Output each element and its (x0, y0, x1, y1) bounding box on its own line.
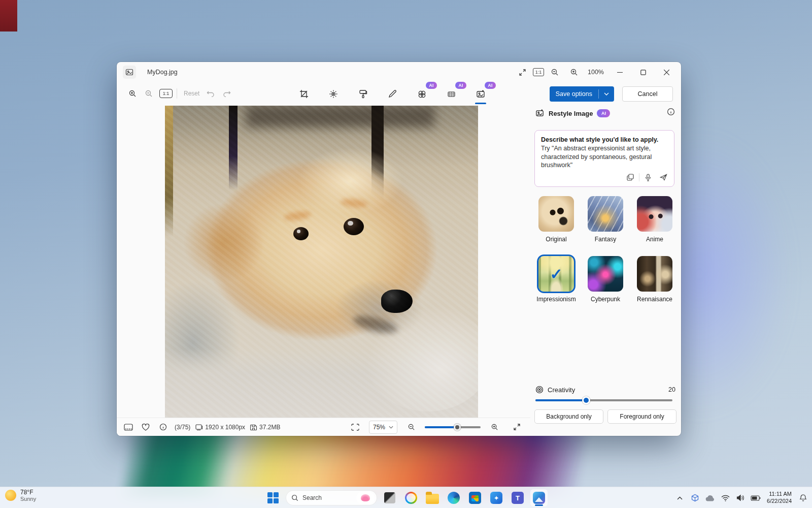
photos-app-window: MyDog.jpg 1:1 100% (117, 62, 681, 436)
style-option-anime[interactable]: Anime (633, 196, 676, 243)
tray-date: 6/22/2024 (767, 498, 792, 505)
style-thumbnail[interactable] (637, 256, 672, 292)
ai-badge: AI (455, 82, 466, 89)
desktop-wallpaper: MyDog.jpg 1:1 100% (0, 0, 812, 508)
fullscreen-icon[interactable] (514, 65, 531, 80)
photo-counter: (3/75) (175, 424, 190, 431)
system-tray: 11:11 AM 6/22/2024 (673, 487, 809, 508)
style-option-fantasy[interactable]: Fantasy (584, 196, 627, 243)
microsoft-store-button[interactable] (466, 489, 484, 506)
save-options-label: Save options (550, 90, 598, 98)
restyle-panel-title: Restyle Image (549, 110, 593, 117)
style-thumbnail-selected[interactable]: ✓ (538, 256, 574, 292)
task-view-icon (384, 492, 395, 503)
style-thumbnail[interactable] (637, 196, 672, 232)
style-option-impressionism[interactable]: ✓ Impressionism (534, 256, 578, 303)
style-label: Rennaisance (633, 296, 676, 303)
paste-icon[interactable] (624, 171, 637, 183)
taskbar-search-box[interactable]: Search (286, 490, 377, 505)
style-label: Anime (633, 236, 676, 243)
redo-icon[interactable] (219, 86, 234, 101)
copilot-button[interactable] (402, 489, 420, 506)
edge-button[interactable] (445, 489, 462, 506)
markup-tool-icon[interactable] (384, 85, 401, 103)
teams-icon: T (512, 492, 524, 504)
photo-preview[interactable] (165, 106, 478, 418)
style-prompt-input[interactable]: Describe what style you'd like to apply.… (534, 130, 674, 187)
zoom-level-dropdown[interactable]: 75% (369, 421, 397, 434)
creativity-slider[interactable] (535, 399, 672, 401)
zoom-in-icon[interactable] (565, 65, 583, 80)
photos-app-button[interactable] (530, 489, 548, 506)
restyle-panel: Restyle Image AI Describe what style you… (530, 106, 681, 436)
info-icon[interactable] (154, 420, 172, 434)
style-thumbnail[interactable] (588, 256, 623, 292)
actual-size-icon[interactable]: 1:1 (533, 68, 544, 76)
wifi-icon[interactable] (719, 490, 731, 505)
tray-app-cube-icon[interactable] (689, 490, 701, 505)
search-icon (291, 494, 298, 501)
minimize-button[interactable] (609, 64, 630, 81)
reset-button[interactable]: Reset (181, 86, 202, 101)
tray-time: 11:11 AM (767, 491, 792, 498)
taskbar: 78°F Sunny Search T (0, 487, 812, 508)
statusbar-zoom-in-icon[interactable] (486, 420, 503, 434)
file-explorer-button[interactable] (424, 489, 441, 506)
style-label: Cyberpunk (584, 296, 627, 303)
hidden-icons-chevron[interactable] (673, 490, 686, 505)
zoom-out-icon[interactable] (546, 65, 563, 80)
send-icon[interactable] (657, 171, 670, 183)
start-button[interactable] (264, 489, 282, 506)
style-option-rennaisance[interactable]: Rennaisance (633, 256, 676, 303)
task-view-button[interactable] (381, 489, 398, 506)
style-thumbnail[interactable] (538, 196, 574, 232)
teams-button[interactable]: T (509, 489, 526, 506)
favorite-icon[interactable] (137, 420, 154, 434)
adjust-tool-icon[interactable] (325, 85, 342, 103)
close-button[interactable] (656, 64, 677, 81)
microsoft-365-button[interactable] (488, 489, 505, 506)
undo-icon[interactable] (203, 86, 218, 101)
edit-toolbar: 1:1 Reset (117, 83, 681, 106)
canvas-zoom-in-icon[interactable] (125, 86, 140, 101)
onedrive-icon[interactable] (704, 490, 716, 505)
cancel-button[interactable]: Cancel (622, 86, 673, 102)
slider-thumb[interactable] (454, 424, 461, 431)
restyle-info-icon[interactable] (667, 108, 675, 116)
fit-to-window-icon[interactable] (347, 420, 364, 434)
edge-icon (448, 492, 460, 504)
style-option-cyberpunk[interactable]: Cyberpunk (584, 256, 627, 303)
style-option-original[interactable]: Original (534, 196, 578, 243)
filmstrip-icon[interactable] (120, 420, 137, 434)
microphone-icon[interactable] (641, 171, 655, 183)
clock[interactable]: 11:11 AM 6/22/2024 (767, 491, 792, 505)
fullscreen-toggle-icon[interactable] (508, 420, 525, 434)
weather-condition: Sunny (20, 496, 36, 502)
style-thumbnail[interactable] (588, 196, 623, 232)
volume-icon[interactable] (734, 490, 747, 505)
statusbar-zoom-out-icon[interactable] (402, 420, 420, 434)
canvas-zoom-out-icon[interactable] (141, 86, 156, 101)
notification-bell-icon[interactable] (797, 490, 809, 505)
canvas-zoom-slider[interactable] (425, 426, 481, 428)
background-tool-icon[interactable]: AI (413, 85, 430, 103)
canvas-area (117, 106, 530, 418)
save-options-chevron-icon[interactable] (599, 92, 614, 96)
save-options-button[interactable]: Save options (550, 86, 614, 102)
crop-tool-icon[interactable] (295, 85, 313, 103)
erase-tool-icon[interactable]: AI (443, 85, 460, 103)
foreground-only-button[interactable]: Foreground only (607, 409, 676, 424)
slider-thumb[interactable] (582, 396, 590, 404)
file-explorer-icon (426, 494, 439, 504)
weather-widget[interactable]: 78°F Sunny (5, 489, 36, 502)
background-only-button[interactable]: Background only (534, 409, 603, 424)
style-label: Impressionism (534, 296, 578, 303)
battery-icon[interactable] (750, 490, 762, 505)
ai-badge: AI (426, 82, 437, 89)
creativity-value: 20 (668, 386, 675, 393)
filter-tool-icon[interactable] (354, 85, 371, 103)
restyle-tool-icon[interactable]: AI (472, 85, 489, 103)
style-label: Fantasy (584, 236, 627, 243)
canvas-actual-size-icon[interactable]: 1:1 (159, 89, 173, 98)
maximize-button[interactable] (632, 64, 654, 81)
